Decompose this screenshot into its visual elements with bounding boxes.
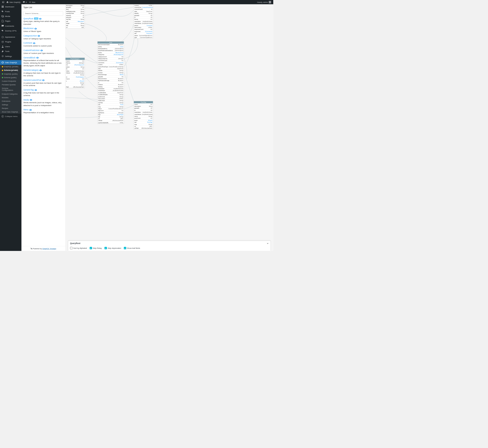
field-row[interactable]: categoryNames[String!]! bbox=[97, 58, 124, 60]
field-row[interactable]: slugString! bbox=[97, 106, 124, 108]
field-row[interactable]: tagNames[String!]! bbox=[97, 112, 124, 114]
field-row[interactable]: statusCustomPostStatusEnum! bbox=[97, 108, 124, 110]
type-item[interactable]: GenericTag A tag that does not have its … bbox=[24, 89, 63, 97]
type-item[interactable]: Menu Representation of a navigation menu bbox=[24, 108, 63, 114]
field-row[interactable]: isStickyBoolean! bbox=[97, 86, 124, 88]
field-row[interactable]: hasFeaturedImageBoolean! bbox=[97, 80, 124, 81]
menu-settings[interactable]: Settings bbox=[0, 54, 21, 59]
node-postcategory[interactable]: PostCategoryCountInt!Names[String!]!ren[… bbox=[65, 58, 85, 88]
field-row[interactable]: idID! bbox=[97, 82, 124, 84]
field-row[interactable]: dateStrString! bbox=[134, 12, 153, 14]
type-list[interactable]: QueryRoot root Query type, starting from… bbox=[21, 17, 65, 246]
sub-custom-endpoints[interactable]: Custom Endpoints bbox=[0, 79, 21, 83]
field-row[interactable]: metaValueAnyBuiltInScalar bbox=[134, 21, 153, 22]
field-row[interactable]: commentCountInt! bbox=[97, 60, 124, 62]
field-row[interactable]: dateStrString! bbox=[97, 70, 124, 72]
field-row[interactable]: titleString bbox=[65, 24, 85, 26]
deprecated-checkbox[interactable]: Skip deprecated bbox=[104, 247, 121, 249]
field-row[interactable]: karmaInt! bbox=[134, 18, 153, 20]
field-row[interactable]: targetString bbox=[65, 22, 85, 24]
type-item[interactable]: QueryRoot root Query type, starting from… bbox=[24, 17, 63, 25]
field-row[interactable]: responses[Comment!]! bbox=[134, 31, 153, 32]
field-row[interactable]: urlURL! bbox=[134, 125, 153, 127]
field-row[interactable]: String! bbox=[65, 82, 85, 84]
field-row[interactable]: metaValues[AnyBuiltInScalar] bbox=[134, 113, 153, 115]
field-row[interactable]: Names[String!]! bbox=[65, 62, 85, 64]
node-posttag[interactable]: PostTagcountInt!descriptionStringglobalI… bbox=[134, 101, 153, 129]
field-row[interactable]: posts[Post!]! bbox=[134, 119, 153, 121]
field-row[interactable]: metaValues[AnyBuiltInScalar] bbox=[97, 90, 124, 91]
field-row[interactable]: globalIDID! bbox=[97, 76, 124, 78]
sub-persisted-queries[interactable]: Persisted Queries bbox=[0, 83, 21, 87]
type-item[interactable]: CategoryUnion Union of 'category' type r… bbox=[24, 35, 63, 40]
field-row[interactable]: modifiedDateDateTime! bbox=[97, 92, 124, 94]
field-row[interactable]: urlPathURLAbsolutePath! bbox=[97, 120, 124, 121]
field-row[interactable]: hasCommentsBoolean! bbox=[97, 78, 124, 80]
field-row[interactable]: String! bbox=[65, 74, 85, 76]
menu-comments[interactable]: Comments bbox=[0, 24, 21, 28]
type-item[interactable]: Media Media elements (such as images, vi… bbox=[24, 99, 63, 107]
field-row[interactable]: isStatusBoolean! bbox=[97, 84, 124, 86]
new-content[interactable]: New bbox=[28, 0, 36, 4]
field-row[interactable]: objectIDID bbox=[65, 14, 85, 16]
field-row[interactable]: selfComment! bbox=[134, 32, 153, 34]
field-row[interactable]: rawExcerptString! bbox=[97, 100, 124, 102]
field-row[interactable]: contentHTML! bbox=[97, 64, 124, 65]
field-row[interactable]: categories[PostCategory!]! bbox=[97, 54, 124, 56]
wp-logo[interactable] bbox=[1, 0, 5, 4]
menu-users[interactable]: Users bbox=[0, 44, 21, 49]
field-row[interactable]: descriptionString bbox=[65, 4, 85, 6]
field-row[interactable]: riptionString bbox=[65, 66, 85, 68]
field-row[interactable]: descriptionString bbox=[134, 105, 153, 107]
field-row[interactable]: blocks[BlockUnion!] bbox=[97, 52, 124, 54]
sub-settings[interactable]: Settings bbox=[0, 103, 21, 106]
field-row[interactable]: areCommentsOpenBoolean! bbox=[97, 44, 124, 46]
field-row[interactable]: contentHTML bbox=[134, 4, 153, 6]
field-row[interactable]: globalIDID! bbox=[134, 107, 153, 109]
sub-extensions[interactable]: Extensions bbox=[0, 99, 21, 103]
leaf-checkbox[interactable]: Show leaf fields bbox=[124, 247, 140, 249]
field-row[interactable]: countInt! bbox=[134, 103, 153, 105]
field-row[interactable]: CountInt! bbox=[65, 60, 85, 62]
field-row[interactable]: nameString! bbox=[134, 115, 153, 117]
node-comment-partial[interactable]: contentHTMLcustomPostCustomPostUnioncust… bbox=[134, 4, 153, 39]
field-row[interactable]: rawTitleString bbox=[65, 18, 85, 20]
sub-schema-public-[interactable]: Schema (public) bbox=[0, 76, 21, 79]
sub-endpoint-categories[interactable]: Endpoint Categories bbox=[0, 92, 21, 96]
field-row[interactable]: tags[PostTag!]! bbox=[97, 114, 124, 116]
sub-graphiql-private-[interactable]: GraphiQL (private) bbox=[0, 65, 21, 68]
field-row[interactable]: authorUser! bbox=[97, 46, 124, 48]
field-row[interactable]: globalIDID! bbox=[134, 14, 153, 16]
menu-pages[interactable]: Pages bbox=[0, 19, 21, 23]
field-row[interactable]: slugString! bbox=[134, 123, 153, 125]
field-row[interactable]: PathURLAbsolutePath! bbox=[65, 86, 85, 88]
field-row[interactable]: ren[PostCategory!]! bbox=[65, 64, 85, 66]
field-row[interactable]: customPostIDID bbox=[134, 8, 153, 10]
menu-tools[interactable]: Tools bbox=[0, 49, 21, 54]
field-row[interactable]: Values[AnyBuiltInScalar] bbox=[65, 72, 85, 74]
field-row[interactable]: wpAdminEditURLHTML bbox=[97, 122, 124, 124]
node-menuitem-partial[interactable]: descriptionStringglobalIDID!abelStringli… bbox=[65, 4, 85, 29]
field-row[interactable]: comments[Comment!]! bbox=[97, 62, 124, 64]
field-row[interactable]: customPostTypeCustomPostEnumString! bbox=[97, 66, 124, 68]
my-account[interactable]: Howdy, admin bbox=[256, 0, 272, 4]
sub-about-gato-graphql[interactable]: About Gato GraphQL bbox=[0, 110, 21, 114]
type-item[interactable]: CustomPostUnion Union of 'custom post' t… bbox=[24, 49, 63, 55]
relay-checkbox[interactable]: Skip Relay bbox=[90, 247, 102, 249]
field-row[interactable]: selfPostTag! bbox=[134, 121, 153, 123]
menu-media[interactable]: Media bbox=[0, 14, 21, 19]
field-row[interactable]: rawTitleString! bbox=[97, 102, 124, 104]
field-row[interactable]: metaValueAnyBuiltInScalar bbox=[134, 111, 153, 113]
menu-dashboard[interactable]: Dashboard bbox=[0, 4, 21, 9]
field-row[interactable]: excerptString! bbox=[97, 72, 124, 74]
menu-appearance[interactable]: Appearance bbox=[0, 35, 21, 39]
type-item[interactable]: Comment Comments added to custom posts bbox=[24, 42, 63, 47]
field-row[interactable]: blockFlattenedDataItems[JSONObject!] bbox=[97, 49, 124, 51]
field-row[interactable]: parentIDID bbox=[65, 16, 85, 18]
field-row[interactable]: s[Post!]! bbox=[65, 80, 85, 82]
field-row[interactable]: abelString bbox=[65, 8, 85, 10]
field-row[interactable]: dateDateTime! bbox=[134, 10, 153, 12]
sub-modules[interactable]: Modules bbox=[0, 96, 21, 99]
sub-schema-private-[interactable]: Schema (private) bbox=[0, 68, 21, 72]
type-item[interactable]: GenericCategory A category that does not… bbox=[24, 69, 63, 77]
